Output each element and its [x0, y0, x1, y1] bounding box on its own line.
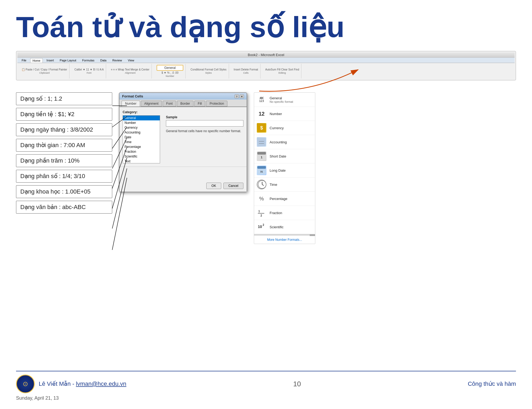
category-list[interactable]: General Number Currency Accounting Date … [123, 115, 160, 163]
percentage-icon: % [257, 194, 266, 203]
scrollbar-thumb[interactable] [310, 234, 315, 236]
cat-text[interactable]: Text [123, 159, 160, 163]
number-format-controls: $ ▼ % , .0 .00 [161, 71, 178, 74]
format-item-percentage: % Percentage [254, 192, 315, 206]
dialog-tab-alignment[interactable]: Alignment [141, 101, 162, 107]
ribbon-tab-review[interactable]: Review [110, 58, 124, 63]
scientific-svg: 10 2 [257, 222, 266, 232]
category-box-6: Dạng khoa học : 1.00E+05 [16, 185, 112, 198]
dialog-close[interactable]: ✕ [240, 95, 244, 98]
svg-rect-17 [257, 152, 266, 155]
format-item-fraction: 1 2 Fraction [254, 206, 315, 220]
content-wrapper: Dạng số : 1; 1.2 Dạng tiền tệ : $1; ¥2 D… [16, 90, 516, 365]
short-date-icon: 1 [257, 151, 266, 161]
long-date-name: Long Date [270, 168, 286, 172]
cancel-button[interactable]: Cancel [223, 183, 243, 189]
time-name: Time [270, 183, 277, 187]
ok-button[interactable]: OK [206, 183, 221, 189]
ribbon-tab-home[interactable]: Home [30, 58, 43, 63]
footer-author: Lê Viết Mẫn - lvman@hce.edu.vn [39, 380, 126, 387]
ribbon-group-styles: Conditional Format Cell Styles Styles [188, 64, 229, 78]
cat-date[interactable]: Date [123, 135, 160, 140]
dialog-tab-border[interactable]: Border [177, 101, 193, 107]
category-label: Category: [123, 110, 243, 114]
dialog-tab-fill[interactable]: Fill [194, 101, 205, 107]
format-item-short-date: 1 Short Date [254, 149, 315, 163]
dialog-minimize[interactable]: ? [235, 95, 239, 98]
ribbon-tabs: File Home Insert Page Layout Formulas Da… [17, 58, 515, 63]
dialog-right-area: Sample General format cells have no spec… [166, 115, 243, 163]
svg-rect-20 [257, 166, 266, 169]
cat-scientific[interactable]: Scientific [123, 154, 160, 159]
category-box-7: Dạng văn bản : abc-ABC [16, 201, 112, 214]
clipboard-icons: 📋 Paste / Cut / Copy / Format Painter [22, 68, 67, 71]
ribbon-tab-data[interactable]: Data [98, 58, 108, 63]
svg-line-24 [262, 184, 264, 186]
ribbon-group-clipboard: 📋 Paste / Cut / Copy / Format Painter Cl… [20, 64, 69, 78]
svg-text:2: 2 [263, 223, 264, 226]
dialog-tab-protection[interactable]: Protection [206, 101, 227, 107]
more-formats-link[interactable]: More Number Formats... [254, 236, 315, 244]
slide-date: Sunday, April 21, 13 [16, 395, 516, 401]
sample-description: General format cells have no specific nu… [166, 129, 243, 133]
sample-label: Sample [166, 115, 243, 119]
accounting-icon: ─── ─── [257, 137, 266, 147]
fraction-name: Fraction [270, 211, 282, 215]
general-desc: No specific format [270, 100, 293, 103]
svg-text:1: 1 [261, 156, 262, 159]
cat-fraction[interactable]: Fraction [123, 149, 160, 154]
dialog-spacer [119, 167, 247, 180]
cat-time[interactable]: Time [123, 140, 160, 144]
cells-label: Cells [243, 72, 248, 74]
number-name: Number [270, 112, 282, 116]
dialog-tab-number[interactable]: Number [122, 101, 140, 107]
format-item-currency: $ Currency [254, 121, 315, 135]
fraction-svg: 1 2 [257, 208, 266, 218]
ribbon-title: Book2 - Microsoft Excel [17, 52, 515, 58]
dialog-main-area: General Number Currency Accounting Date … [123, 115, 243, 163]
format-item-time: Time [254, 178, 315, 192]
number-format-box[interactable]: General [157, 65, 183, 71]
alignment-controls: ≡ ≡ ≡ Wrap Text Merge & Center [111, 68, 149, 71]
ribbon-group-number: General $ ▼ % , .0 .00 Number [154, 64, 186, 78]
dialog-tab-font[interactable]: Font [163, 101, 176, 107]
svg-text:───: ─── [259, 142, 264, 145]
cat-percentage[interactable]: Percentage [123, 144, 160, 149]
ribbon-tab-file[interactable]: File [20, 58, 29, 63]
dialog-tabs: Number Alignment Font Border Fill Protec… [119, 100, 247, 107]
format-item-long-date: 31 Long Date [254, 163, 315, 178]
general-format-info: General No specific format [270, 96, 293, 103]
right-panel: ABC 123 General No specific format 12 Nu… [254, 92, 315, 244]
short-date-svg: 1 [257, 151, 266, 161]
accounting-name: Accounting [270, 140, 287, 144]
ribbon-tab-insert[interactable]: Insert [44, 58, 56, 63]
currency-svg: $ [257, 123, 266, 133]
category-box-1: Dạng tiền tệ : $1; ¥2 [16, 108, 112, 121]
format-item-number: 12 Number [254, 107, 315, 121]
category-box-3: Dạng thời gian : 7:00 AM [16, 139, 112, 152]
cat-currency[interactable]: Currency [123, 125, 160, 130]
styles-label: Styles [205, 72, 212, 74]
slide-footer: ⊙ Lê Viết Mẫn - lvman@hce.edu.vn 10 Công… [16, 371, 516, 393]
svg-text:$: $ [260, 125, 263, 131]
svg-text:31: 31 [260, 170, 263, 173]
ribbon-tab-formulas[interactable]: Formulas [80, 58, 96, 63]
ribbon-tab-view[interactable]: View [126, 58, 137, 63]
svg-text:1: 1 [258, 210, 260, 213]
long-date-icon: 31 [257, 166, 266, 175]
time-icon [257, 180, 266, 189]
ribbon-group-cells: Insert Delete Format Cells [232, 64, 261, 78]
cat-general[interactable]: General [123, 116, 160, 120]
percentage-name: Percentage [270, 197, 288, 201]
alignment-label: Alignment [125, 72, 135, 74]
author-email[interactable]: lvman@hce.edu.vn [76, 380, 126, 387]
dialog-body: Category: General Number Currency Accoun… [119, 107, 247, 167]
author-name: Lê Viết Mẫn - [39, 380, 76, 387]
cat-accounting[interactable]: Accounting [123, 130, 160, 135]
dialog-title-bar: Format Cells ? ✕ [119, 93, 247, 100]
ribbon-group-font: Calibri ▼ 11 ▼ B I U A A Font [72, 64, 106, 78]
footer-page: 10 [293, 380, 301, 388]
cat-number[interactable]: Number [123, 120, 160, 125]
short-date-name: Short Date [270, 154, 286, 158]
ribbon-tab-pagelayout[interactable]: Page Layout [58, 58, 79, 63]
